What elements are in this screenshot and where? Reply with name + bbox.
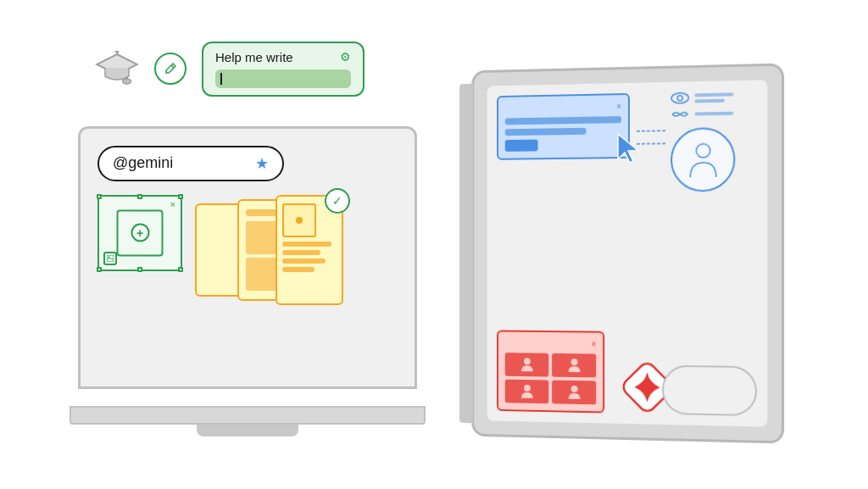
svg-point-13 [524, 358, 531, 364]
lips-line-1 [694, 111, 733, 115]
resize-handle-tl [97, 194, 102, 199]
main-scene: Help me write ⚙ @gemini ★ [27, 25, 841, 465]
svg-line-8 [637, 131, 666, 131]
speech-bubble [662, 364, 757, 416]
green-image-card: × + [97, 195, 182, 271]
svg-point-4 [115, 51, 120, 53]
pencil-circle-icon [154, 53, 186, 85]
svg-point-2 [123, 79, 131, 84]
close-icon[interactable]: × [170, 199, 175, 209]
laptop-base [70, 406, 426, 425]
svg-point-14 [570, 358, 577, 365]
gemini-label: @gemini [113, 154, 173, 172]
laptop: @gemini ★ × [70, 126, 426, 448]
resize-handle-tr [178, 194, 183, 199]
red-video-card: × [497, 330, 604, 413]
right-side: × [459, 50, 798, 440]
yellow-cards-group: ✓ [191, 195, 343, 314]
video-cell-4 [552, 380, 596, 404]
lips-icon [670, 108, 689, 119]
video-cell-1 [505, 353, 548, 376]
help-write-input[interactable] [215, 69, 351, 88]
face-panel [670, 91, 735, 192]
yellow-card-front: ✓ [275, 195, 343, 305]
tablet-top-row: × [497, 90, 757, 192]
check-badge: ✓ [325, 188, 350, 214]
help-write-label: Help me write [215, 50, 293, 64]
svg-point-15 [524, 384, 531, 391]
face-circle-container [670, 126, 735, 192]
svg-point-12 [696, 143, 709, 157]
svg-point-11 [677, 95, 682, 100]
star-icon[interactable]: ★ [255, 154, 269, 173]
svg-point-16 [570, 385, 577, 392]
screen-cards-row: × + [97, 195, 398, 314]
video-cell-2 [552, 353, 596, 377]
lips-lines [694, 111, 733, 115]
check-icon: ✓ [332, 194, 342, 208]
tablet-screen: × [487, 80, 768, 426]
yellow-line-c [282, 258, 326, 264]
laptop-screen-inner: @gemini ★ × [81, 129, 415, 386]
tablet-side [459, 83, 473, 422]
image-placeholder: + [117, 209, 164, 256]
left-side: Help me write ⚙ @gemini ★ [70, 42, 434, 448]
video-cell-3 [505, 379, 548, 403]
face-circle [670, 126, 735, 192]
cursor-arrow-icon [615, 131, 645, 169]
yellow-line-a [282, 242, 331, 247]
eye-lines [694, 92, 733, 102]
svg-line-5 [171, 65, 174, 68]
graduation-cap-icon [95, 51, 139, 86]
window-title-bar: × [505, 102, 621, 114]
laptop-foot [197, 425, 298, 436]
add-image-icon[interactable]: + [131, 224, 149, 242]
resize-handle-bl [97, 267, 102, 272]
blue-button[interactable] [505, 139, 538, 151]
resize-handle-tm [137, 194, 142, 199]
laptop-screen: @gemini ★ × [78, 126, 417, 389]
yellow-line-b [282, 250, 320, 255]
gear-icon[interactable]: ⚙ [340, 50, 351, 64]
eye-icon [670, 92, 689, 104]
resize-handle-bm [137, 267, 142, 272]
red-window-close[interactable]: × [591, 339, 596, 348]
svg-point-10 [671, 92, 688, 103]
tablet-bottom-row: × [497, 327, 757, 416]
yellow-dot [296, 217, 303, 224]
text-cursor [220, 73, 222, 85]
floating-icons: Help me write ⚙ [95, 42, 364, 97]
blue-window-close[interactable]: × [616, 102, 621, 111]
eye-line-2 [694, 98, 725, 103]
yellow-line-d [282, 267, 314, 272]
blue-window-card: × [497, 92, 630, 159]
blue-line-1 [505, 116, 621, 125]
red-window-bar: × [505, 338, 596, 348]
help-write-title-bar: Help me write ⚙ [215, 50, 351, 64]
blue-line-2 [505, 127, 587, 135]
lips-row [670, 108, 735, 119]
yellow-text-lines [282, 242, 337, 272]
yellow-thumbnail [282, 203, 316, 237]
media-icon [103, 252, 117, 265]
eye-line-1 [694, 92, 733, 96]
resize-handle-br [178, 267, 183, 272]
tablet: × [471, 63, 784, 443]
help-write-box[interactable]: Help me write ⚙ [202, 42, 364, 97]
eye-row [670, 91, 735, 104]
gemini-search-bar[interactable]: @gemini ★ [97, 146, 284, 181]
video-grid [505, 353, 596, 404]
